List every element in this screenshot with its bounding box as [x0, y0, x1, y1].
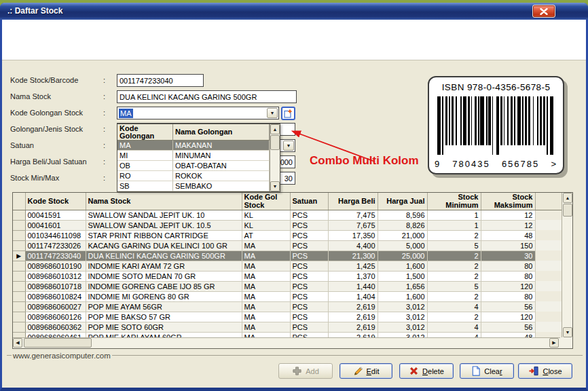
row-selector[interactable]	[13, 332, 25, 337]
table-row[interactable]: 0011747233026KACANG GARING DUA KELINCI 1…	[13, 240, 562, 250]
close-button[interactable]	[532, 5, 555, 18]
column-header[interactable]	[13, 193, 25, 210]
combo-dropdown-arrow-icon[interactable]: ▼	[267, 108, 278, 118]
edit-button[interactable]: Edit	[339, 363, 392, 379]
kode-golongan-combo[interactable]: MA ▼	[117, 107, 279, 119]
table-cell: 3,012	[378, 312, 427, 322]
row-selector[interactable]: ▶	[13, 250, 25, 261]
row-selector[interactable]	[13, 322, 25, 332]
table-row[interactable]: 00041591SWALLOW SANDAL JEPIT UK. 10KLPCS…	[13, 210, 562, 220]
scrollbar-thumb[interactable]	[24, 338, 92, 348]
row-selector[interactable]	[13, 240, 25, 250]
table-cell: 2,619	[328, 312, 378, 322]
empty-cell	[535, 240, 562, 250]
table-cell: MA	[242, 322, 290, 332]
clear-button[interactable]: Clear	[460, 363, 514, 379]
table-cell: SWALLOW SANDAL JEPIT UK. 10	[86, 210, 242, 220]
dropdown-option[interactable]: SEMBAKO	[173, 181, 270, 191]
table-cell: 12	[481, 220, 535, 230]
table-cell: 0089686060362	[25, 322, 86, 332]
horizontal-scrollbar[interactable]: ◀ ▶	[13, 337, 560, 348]
dropdown-option[interactable]: OB	[117, 161, 173, 171]
table-row[interactable]: 0089686060126POP MIE BAKSO 57 GRMAPCS2,6…	[13, 312, 562, 322]
column-header[interactable]	[535, 193, 562, 210]
column-header[interactable]: Stock Minimum	[427, 193, 481, 210]
empty-cell	[535, 271, 562, 281]
delete-button[interactable]: Delete	[399, 363, 454, 379]
empty-cell	[535, 281, 562, 291]
scroll-up-icon[interactable]: ▲	[563, 193, 572, 203]
row-selector[interactable]	[13, 291, 25, 301]
table-cell: 1,370	[328, 271, 378, 281]
table-row[interactable]: 0089686010824INDOMIE MI GORENG 80 GRMAPC…	[13, 291, 562, 301]
table-cell: MA	[242, 312, 290, 322]
exit-door-icon	[528, 366, 539, 376]
title-bar[interactable]: .: Daftar Stock	[0, 3, 588, 20]
dropdown-option[interactable]: SB	[117, 181, 173, 191]
table-row[interactable]: 0089686060362POP MIE SOTO 60GRMAPCS2,619…	[13, 322, 562, 332]
table-cell: 2	[427, 291, 481, 301]
table-row[interactable]: 0089686010718INDOMIE GORENG CABE IJO 85 …	[13, 281, 562, 291]
column-header[interactable]: Kode Gol Stock	[242, 193, 290, 210]
add-golongan-button[interactable]	[281, 107, 295, 120]
column-header[interactable]: Harga Jual	[378, 193, 427, 210]
scroll-right-icon[interactable]: ▶	[549, 338, 559, 348]
dropdown-option[interactable]: RO	[117, 171, 173, 181]
row-selector[interactable]	[13, 261, 25, 271]
dropdown-option[interactable]: MAKANAN	[173, 141, 270, 151]
row-selector[interactable]	[13, 230, 25, 240]
row-selector[interactable]	[13, 210, 25, 220]
table-row[interactable]: 0089686010312INDOMIE SOTO MEDAN 70 GRMAP…	[13, 271, 562, 281]
dropdown-option[interactable]: MINUMAN	[173, 151, 270, 161]
scroll-down-icon[interactable]: ▼	[270, 181, 280, 191]
add-button[interactable]: Add	[278, 363, 333, 379]
vertical-scrollbar[interactable]: ▲ ▼	[562, 193, 572, 337]
column-header[interactable]: Stock Maksimum	[481, 193, 535, 210]
dropdown-option[interactable]: MI	[117, 151, 173, 161]
close-window-button[interactable]: Close	[518, 363, 572, 379]
label-satuan: Satuan	[10, 141, 102, 149]
table-cell: 1,404	[328, 291, 378, 301]
table-cell: 0089686010718	[25, 281, 86, 291]
table-row[interactable]: 0089686060027POP MIE AYAM 56GRMAPCS2,619…	[13, 301, 562, 312]
row-selector[interactable]	[13, 301, 25, 312]
table-row[interactable]: 0089686010190INDOMIE KARI AYAM 72 GRMAPC…	[13, 261, 562, 271]
dropdown-option[interactable]: OBAT-OBATAN	[173, 161, 270, 171]
delete-button-label: Delete	[422, 367, 444, 375]
nama-stock-input[interactable]	[117, 90, 297, 103]
empty-cell	[535, 332, 562, 337]
table-cell: 00041601	[25, 220, 86, 230]
edit-button-label: Edit	[367, 367, 380, 375]
dropdown-option[interactable]: ROKOK	[173, 171, 270, 181]
scroll-down-icon[interactable]: ▼	[563, 327, 572, 337]
column-header[interactable]: Nama Stock	[86, 193, 242, 210]
table-cell: PCS	[290, 301, 328, 312]
table-row[interactable]: ▶0011747233040DUA KELINCI KACANG GARING …	[13, 250, 562, 261]
scrollbar-thumb[interactable]	[563, 204, 572, 217]
table-row[interactable]: 00041601SWALLOW SANDAL JEPIT UK. 10.5KLP…	[13, 220, 562, 230]
table-cell: 5	[427, 240, 481, 250]
table-cell: INDOMIE SOTO MEDAN 70 GR	[86, 271, 242, 281]
combo-selected-value: MA	[119, 109, 133, 118]
row-selector[interactable]	[13, 220, 25, 230]
label-nama-stock: Nama Stock	[10, 92, 102, 100]
row-selector[interactable]	[13, 312, 25, 322]
table-cell: 4	[427, 332, 481, 337]
table-cell: 5	[427, 281, 481, 291]
table-cell: 0011747233026	[25, 240, 86, 250]
table-row[interactable]: 0010344611098STAR PRINT RIBBON CARTRIDGE…	[13, 230, 562, 240]
table-cell: POP MIE SOTO 60GR	[86, 322, 242, 332]
row-selector[interactable]	[13, 281, 25, 291]
table-cell: 56	[481, 322, 535, 332]
dropdown-option[interactable]: MA	[117, 141, 173, 151]
scroll-left-icon[interactable]: ◀	[13, 338, 22, 348]
table-cell: PCS	[290, 291, 328, 301]
column-header[interactable]: Kode Stock	[25, 193, 86, 210]
empty-cell	[535, 261, 562, 271]
column-header[interactable]: Satuan	[290, 193, 328, 210]
column-header[interactable]: Harga Beli	[328, 193, 378, 210]
row-selector[interactable]	[13, 271, 25, 281]
table-row[interactable]: 0089686060461POP MIE KARI AYAM 60GRMAPCS…	[13, 332, 562, 337]
table-cell: 3,012	[378, 322, 427, 332]
kode-stock-input[interactable]	[117, 74, 204, 87]
